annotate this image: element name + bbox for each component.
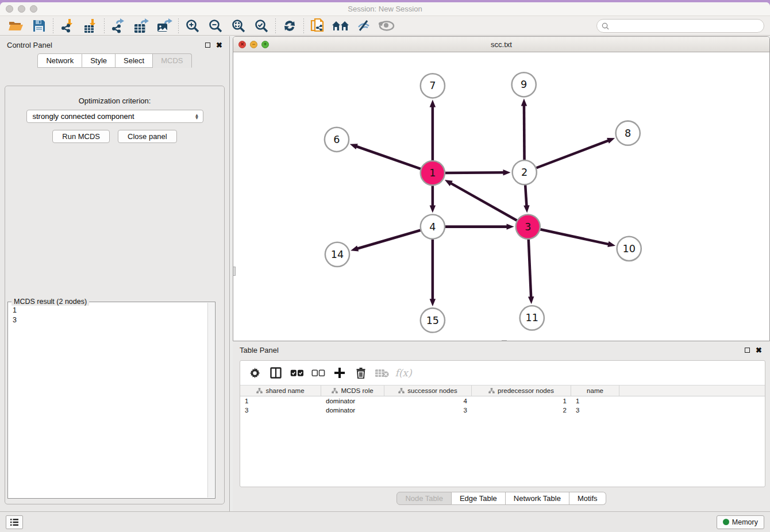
hide-selected-icon[interactable] [352,17,375,34]
edge-2-9[interactable] [524,105,525,160]
cell-predecessor-nodes[interactable]: 1 [472,398,571,404]
close-panel-button[interactable]: Close panel [118,130,177,143]
svg-text:2: 2 [521,167,528,178]
network-canvas[interactable]: 7968124314101511 [233,52,769,341]
cell-name[interactable]: 1 [571,398,619,404]
table-row[interactable]: 3dominator323 [240,406,765,415]
column-header-successor-nodes[interactable]: successor nodes [384,385,472,396]
tab-motifs[interactable]: Motifs [569,492,606,505]
mcds-result-text[interactable]: 1 3 [8,302,215,325]
search-input[interactable] [612,22,764,30]
cell-shared-name[interactable]: 1 [240,398,321,404]
export-table-icon[interactable] [130,17,153,34]
node-4[interactable]: 4 [421,215,445,239]
node-14[interactable]: 14 [325,242,349,267]
table-header-row: shared nameMCDS rolesuccessor nodesprede… [240,385,765,396]
search-box[interactable] [596,19,764,33]
import-network-icon[interactable] [56,17,79,34]
network-frame-titlebar[interactable]: scc.txt ✕ − + [233,37,769,52]
node-1[interactable]: 1 [421,161,445,185]
export-network-icon[interactable] [107,17,130,34]
tab-node-table[interactable]: Node Table [396,492,452,505]
select-all-icon[interactable] [288,365,306,381]
column-header-MCDS-role[interactable]: MCDS role [321,385,384,396]
node-6[interactable]: 6 [325,128,349,152]
svg-text:1: 1 [429,167,436,179]
refresh-layout-icon[interactable] [278,17,301,34]
mcds-tab-content: Optimization criterion: strongly connect… [5,86,225,504]
node-15[interactable]: 15 [421,308,445,332]
gear-icon[interactable] [246,365,263,381]
columns-icon[interactable] [267,365,284,381]
svg-text:7: 7 [429,80,436,91]
edge-3-11[interactable] [529,240,531,298]
column-header-shared-name[interactable]: shared name [240,385,321,396]
toolbar-separator [303,18,304,33]
add-row-icon[interactable] [331,365,348,381]
table-toolbar: f(x) [240,361,765,385]
save-session-icon[interactable] [28,17,51,34]
edge-2-8[interactable] [536,141,608,168]
splitter-grip[interactable] [233,267,236,276]
arrowhead-2-8 [607,138,615,144]
first-neighbors-icon[interactable] [329,17,352,34]
cell-predecessor-nodes[interactable]: 2 [472,407,571,414]
node-table[interactable]: shared nameMCDS rolesuccessor nodesprede… [240,385,765,415]
delete-table-icon[interactable] [374,365,391,381]
memory-label: Memory [732,518,758,526]
node-10[interactable]: 10 [617,237,641,261]
result-scrollbar[interactable] [207,303,214,498]
node-7[interactable]: 7 [421,74,445,98]
tab-select[interactable]: Select [116,53,153,68]
tab-mcds[interactable]: MCDS [153,53,191,68]
cell-MCDS-role[interactable]: dominator [321,398,384,404]
zoom-selected-icon[interactable] [250,17,273,34]
node-3[interactable]: 3 [516,215,540,239]
table-close-icon[interactable]: ✖ [756,346,762,354]
zoom-out-icon[interactable] [204,17,227,34]
memory-button[interactable]: Memory [717,515,764,529]
edge-4-14[interactable] [357,230,421,249]
node-2[interactable]: 2 [513,160,537,184]
tab-style[interactable]: Style [82,53,116,68]
import-table-icon[interactable] [79,17,102,34]
column-header-name[interactable]: name [571,385,619,396]
close-panel-icon[interactable]: ✖ [216,41,222,49]
tab-network[interactable]: Network [37,53,82,68]
delete-row-icon[interactable] [352,365,369,381]
cell-successor-nodes[interactable]: 3 [384,407,472,414]
export-image-icon[interactable] [153,17,176,34]
zoom-in-icon[interactable] [181,17,204,34]
float-panel-icon[interactable] [205,43,210,48]
criterion-dropdown[interactable]: strongly connected component ▲▼ [26,110,203,123]
node-11[interactable]: 11 [520,306,544,330]
function-builder-icon[interactable]: f(x) [395,365,412,381]
cell-successor-nodes[interactable]: 4 [384,398,472,404]
edge-3-1[interactable] [451,183,517,221]
tab-network-table[interactable]: Network Table [506,492,569,505]
show-graphics-details-icon[interactable] [375,17,398,34]
arrowhead-1-4 [430,205,436,213]
clone-network-icon[interactable] [306,17,329,34]
node-9[interactable]: 9 [512,72,536,97]
zoom-fit-icon[interactable] [227,17,250,34]
cell-name[interactable]: 3 [571,407,619,414]
tab-edge-table[interactable]: Edge Table [452,492,506,505]
open-file-icon[interactable] [5,17,28,34]
network-graph[interactable]: 7968124314101511 [233,52,769,341]
cell-shared-name[interactable]: 3 [240,407,321,414]
run-mcds-button[interactable]: Run MCDS [52,130,110,143]
edge-3-10[interactable] [540,229,609,244]
table-row[interactable]: 1dominator411 [240,396,765,406]
node-8[interactable]: 8 [616,121,640,145]
svg-text:4: 4 [429,221,436,233]
cell-MCDS-role[interactable]: dominator [321,407,384,414]
table-float-icon[interactable] [745,348,750,353]
edge-1-6[interactable] [356,147,421,169]
task-history-button[interactable] [6,515,23,529]
edge-2-3[interactable] [525,185,526,206]
column-header-predecessor-nodes[interactable]: predecessor nodes [472,385,571,396]
deselect-all-icon[interactable] [310,365,327,381]
edge-1-2[interactable] [445,172,504,173]
toolbar-separator [275,18,276,33]
